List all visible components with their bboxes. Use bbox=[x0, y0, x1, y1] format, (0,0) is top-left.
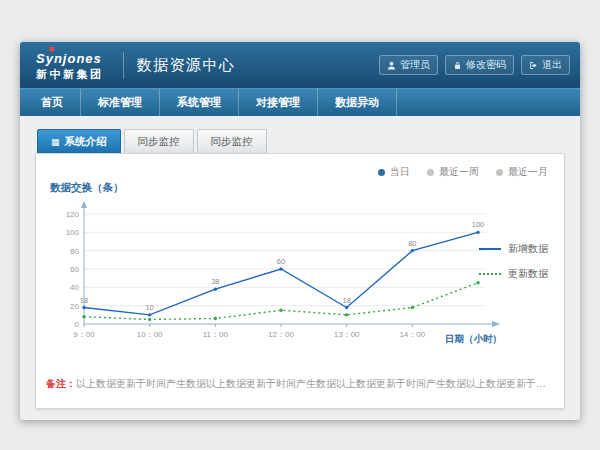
logo-brand-row: Synjones ✱ bbox=[36, 49, 104, 67]
change-password-button[interactable]: 修改密码 bbox=[445, 55, 514, 75]
svg-text:12：00: 12：00 bbox=[268, 330, 294, 339]
footnote: 备注：以上数据更新于时间产生数据以上数据更新于时间产生数据以上数据更新于时间产生… bbox=[46, 377, 554, 391]
svg-text:10: 10 bbox=[145, 303, 153, 312]
nav-item-system[interactable]: 系统管理 bbox=[160, 89, 239, 116]
nav-item-interface[interactable]: 对接管理 bbox=[239, 89, 318, 116]
filter-dot bbox=[496, 169, 503, 176]
header: Synjones ✱ 新中新集团 数据资源中心 管理员 修改密码 退出 bbox=[20, 42, 580, 88]
filter-dot bbox=[427, 169, 434, 176]
main-nav: 首页 标准管理 系统管理 对接管理 数据异动 bbox=[20, 88, 580, 116]
svg-text:14：00: 14：00 bbox=[399, 330, 425, 339]
svg-text:18: 18 bbox=[80, 296, 88, 305]
filter-last-month[interactable]: 最近一月 bbox=[496, 165, 548, 179]
x-axis-title: 日期（小时） bbox=[445, 333, 502, 345]
footnote-text: 以上数据更新于时间产生数据以上数据更新于时间产生数据以上数据更新于时间产生数据以… bbox=[76, 378, 554, 389]
logout-button[interactable]: 退出 bbox=[521, 55, 570, 75]
app-window: Synjones ✱ 新中新集团 数据资源中心 管理员 修改密码 退出 首页 标… bbox=[20, 42, 580, 420]
tab-strip: ▦ 系统介绍 同步监控 同步监控 bbox=[37, 129, 565, 153]
svg-text:100: 100 bbox=[66, 228, 80, 237]
filter-last-week-label: 最近一周 bbox=[439, 165, 479, 179]
logout-icon bbox=[529, 61, 538, 70]
grid-icon: ▦ bbox=[51, 138, 60, 147]
logo-subtitle: 新中新集团 bbox=[36, 68, 104, 81]
change-password-label: 修改密码 bbox=[466, 58, 506, 72]
svg-text:0: 0 bbox=[75, 320, 80, 329]
admin-user-button[interactable]: 管理员 bbox=[379, 55, 438, 75]
tab-sync-monitor-2[interactable]: 同步监控 bbox=[197, 129, 267, 153]
nav-item-standards[interactable]: 标准管理 bbox=[81, 89, 160, 116]
filter-last-month-label: 最近一月 bbox=[508, 165, 548, 179]
legend-item-update-data[interactable]: 更新数据 bbox=[479, 267, 548, 281]
filter-dot bbox=[378, 169, 385, 176]
app-title: 数据资源中心 bbox=[137, 56, 236, 75]
svg-text:80: 80 bbox=[408, 239, 416, 248]
legend-item-new-data[interactable]: 新增数据 bbox=[479, 242, 548, 256]
time-filter-legend: 当日 最近一周 最近一月 bbox=[378, 165, 548, 179]
y-axis-title: 数据交换（条） bbox=[50, 181, 124, 195]
svg-text:80: 80 bbox=[70, 247, 79, 256]
series-legend: 新增数据 更新数据 bbox=[479, 242, 548, 281]
footnote-label: 备注： bbox=[46, 378, 76, 389]
nav-item-home[interactable]: 首页 bbox=[24, 89, 81, 116]
svg-text:60: 60 bbox=[70, 265, 79, 274]
tab-system-intro[interactable]: ▦ 系统介绍 bbox=[37, 129, 121, 153]
svg-text:100: 100 bbox=[472, 220, 485, 229]
filter-last-week[interactable]: 最近一周 bbox=[427, 165, 479, 179]
svg-text:60: 60 bbox=[277, 257, 285, 266]
svg-text:38: 38 bbox=[211, 277, 219, 286]
svg-text:20: 20 bbox=[70, 302, 79, 311]
svg-text:13：00: 13：00 bbox=[334, 330, 360, 339]
lock-icon bbox=[453, 61, 462, 70]
svg-text:40: 40 bbox=[70, 283, 79, 292]
legend-update-data-label: 更新数据 bbox=[508, 267, 548, 281]
line-chart: 日期（小时） 0204060801001209：0010：0011：0012：0… bbox=[52, 200, 504, 350]
legend-new-data-label: 新增数据 bbox=[508, 242, 548, 256]
filter-today[interactable]: 当日 bbox=[378, 165, 410, 179]
chart-container: 日期（小时） 0204060801001209：0010：0011：0012：0… bbox=[52, 200, 504, 350]
solid-line-swatch bbox=[479, 248, 501, 250]
chart-panel: 当日 最近一周 最近一月 数据交换（条） 日期（小时） 020406080100… bbox=[35, 153, 565, 409]
admin-user-label: 管理员 bbox=[400, 58, 430, 72]
logo-brand-text: Synjones bbox=[36, 51, 102, 66]
logo[interactable]: Synjones ✱ 新中新集团 bbox=[30, 49, 110, 80]
header-divider bbox=[123, 52, 124, 79]
svg-text:11：00: 11：00 bbox=[203, 330, 229, 339]
nav-item-changes[interactable]: 数据异动 bbox=[318, 89, 397, 116]
tab-system-intro-label: 系统介绍 bbox=[65, 135, 107, 149]
svg-text:120: 120 bbox=[66, 210, 80, 219]
user-icon bbox=[387, 61, 396, 70]
filter-today-label: 当日 bbox=[390, 165, 410, 179]
svg-text:10：00: 10：00 bbox=[137, 330, 163, 339]
svg-text:18: 18 bbox=[342, 296, 350, 305]
logo-star-icon: ✱ bbox=[48, 45, 55, 54]
tab-sync-monitor-1-label: 同步监控 bbox=[138, 135, 180, 149]
logout-label: 退出 bbox=[542, 58, 562, 72]
svg-text:9：00: 9：00 bbox=[73, 330, 95, 339]
tab-sync-monitor-2-label: 同步监控 bbox=[211, 135, 253, 149]
content-area: ▦ 系统介绍 同步监控 同步监控 当日 最近一周 bbox=[20, 116, 580, 409]
tab-sync-monitor-1[interactable]: 同步监控 bbox=[124, 129, 194, 153]
dotted-line-swatch bbox=[479, 273, 501, 275]
